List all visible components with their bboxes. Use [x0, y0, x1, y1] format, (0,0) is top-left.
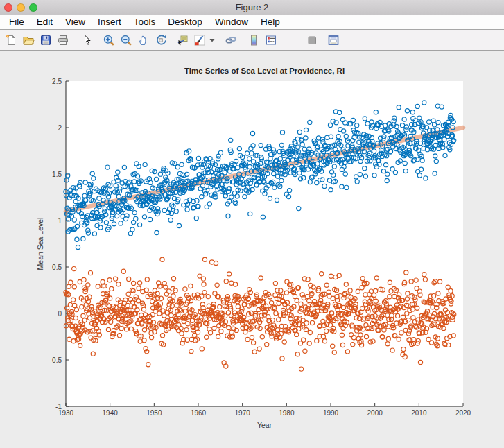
svg-text:1: 1	[58, 217, 62, 225]
colorbar-icon	[247, 34, 260, 46]
menu-tools[interactable]: Tools	[128, 15, 162, 29]
link-chain-icon	[225, 34, 237, 46]
link-plot-button[interactable]	[222, 32, 239, 49]
menu-file[interactable]: File	[3, 15, 31, 29]
rotate-3d-icon	[155, 34, 167, 46]
legend-icon	[265, 34, 277, 46]
printer-icon	[57, 34, 69, 46]
arrow-cursor-icon	[81, 34, 94, 46]
menubar: File Edit View Insert Tools Desktop Wind…	[0, 15, 504, 30]
menu-view[interactable]: View	[59, 15, 92, 29]
svg-text:1950: 1950	[146, 409, 162, 417]
svg-text:-0.5: -0.5	[50, 356, 62, 364]
svg-text:2000: 2000	[367, 409, 383, 417]
rotate-3d-button[interactable]	[152, 32, 169, 49]
close-button[interactable]	[4, 3, 12, 12]
svg-text:1970: 1970	[235, 409, 251, 417]
zoom-out-button[interactable]	[117, 32, 134, 49]
figure-canvas: -1-0.500.511.522.51930194019501960197019…	[0, 51, 504, 448]
svg-text:1980: 1980	[279, 409, 295, 417]
zoom-out-icon	[120, 34, 132, 46]
menu-desktop[interactable]: Desktop	[162, 15, 209, 29]
new-figure-icon	[5, 34, 17, 46]
svg-text:1.5: 1.5	[52, 171, 62, 178]
svg-text:2: 2	[58, 124, 62, 132]
hand-icon	[137, 34, 150, 46]
brush-icon	[193, 34, 206, 46]
hide-plot-tools-icon	[306, 34, 318, 46]
svg-text:1960: 1960	[191, 409, 207, 417]
zoom-in-icon	[103, 34, 115, 46]
hide-plot-tools-button[interactable]	[303, 32, 320, 49]
print-figure-button[interactable]	[54, 32, 71, 49]
pan-button[interactable]	[134, 32, 152, 49]
figure-window: Figure 2 File Edit View Insert Tools Des…	[0, 0, 504, 448]
minimize-button[interactable]	[17, 3, 25, 12]
save-figure-button[interactable]	[37, 32, 54, 49]
zoom-in-button[interactable]	[100, 32, 117, 49]
edit-plot-button[interactable]	[78, 32, 96, 49]
menu-help[interactable]: Help	[254, 15, 286, 29]
svg-text:1990: 1990	[323, 409, 339, 417]
insert-legend-button[interactable]	[262, 32, 279, 49]
y-axis-label: Mean Sea Level	[36, 218, 44, 270]
open-file-button[interactable]	[19, 32, 37, 49]
new-figure-button[interactable]	[2, 32, 19, 49]
svg-text:2.5: 2.5	[52, 78, 62, 85]
window-title: Figure 2	[0, 0, 504, 15]
figure-toolbar	[0, 30, 504, 51]
svg-text:0.5: 0.5	[52, 264, 62, 271]
svg-text:2020: 2020	[455, 409, 471, 417]
show-plot-tools-dock-button[interactable]	[324, 32, 342, 49]
axes-plot[interactable]: -1-0.500.511.522.51930194019501960197019…	[0, 51, 504, 448]
menu-edit[interactable]: Edit	[31, 15, 59, 29]
svg-text:0: 0	[58, 310, 62, 318]
open-folder-icon	[22, 34, 35, 46]
chevron-down-icon	[209, 38, 215, 42]
brush-data-button[interactable]	[191, 32, 208, 49]
x-axis-label: Year	[257, 421, 272, 429]
save-floppy-icon	[40, 34, 52, 46]
svg-text:1940: 1940	[103, 409, 119, 417]
zoom-window-button[interactable]	[29, 3, 37, 12]
menu-window[interactable]: Window	[209, 15, 254, 29]
dock-figure-icon	[327, 34, 340, 46]
menu-insert[interactable]: Insert	[92, 15, 128, 29]
brush-dropdown-button[interactable]	[208, 32, 216, 49]
window-controls	[0, 3, 37, 12]
data-cursor-icon	[176, 34, 189, 46]
svg-text:1930: 1930	[58, 409, 74, 417]
chart-title: Time Series of Sea Level at Providence, …	[184, 67, 345, 75]
insert-colorbar-button[interactable]	[245, 32, 262, 49]
data-cursor-button[interactable]	[173, 32, 191, 49]
svg-text:2010: 2010	[411, 409, 427, 417]
titlebar: Figure 2	[0, 0, 504, 15]
